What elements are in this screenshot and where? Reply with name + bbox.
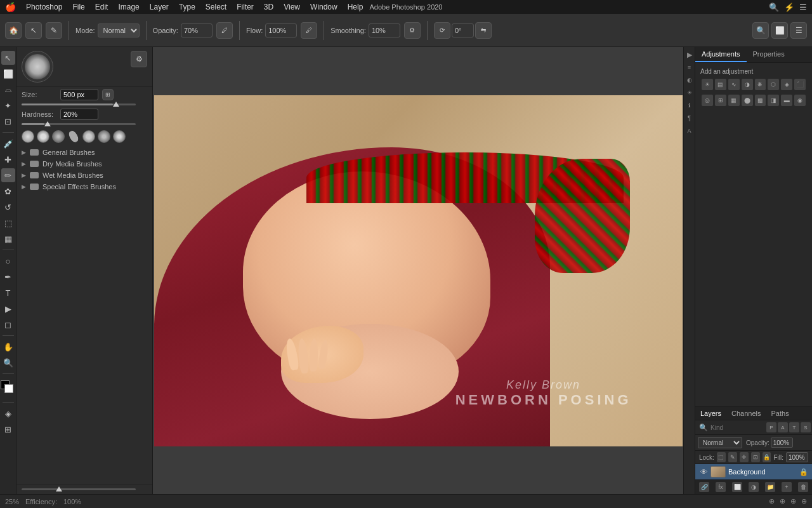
tool-move[interactable]: ↖ bbox=[1, 51, 15, 65]
smoothing-input[interactable] bbox=[369, 23, 400, 37]
lock-pixels-btn[interactable]: ✎ bbox=[728, 452, 737, 462]
adj-selective-color-icon[interactable]: ◉ bbox=[794, 95, 806, 106]
tab-properties[interactable]: Properties bbox=[747, 47, 791, 62]
menu-view[interactable]: View bbox=[279, 1, 304, 13]
move-tool-button[interactable]: ↖ bbox=[25, 22, 42, 39]
lock-position-btn[interactable]: ✛ bbox=[740, 452, 749, 462]
blend-mode-select[interactable]: Normal bbox=[698, 437, 742, 448]
layer-visibility-eye[interactable]: 👁 bbox=[699, 467, 708, 476]
flow-input[interactable] bbox=[265, 23, 297, 37]
adj-levels-icon[interactable]: ▤ bbox=[715, 79, 726, 90]
tool-crop[interactable]: ⊡ bbox=[1, 114, 15, 128]
brush-group-special[interactable]: ▶ Special Effects Brushes bbox=[16, 181, 152, 192]
menu-type[interactable]: Type bbox=[174, 1, 200, 13]
filter-adj-btn[interactable]: A bbox=[778, 422, 788, 432]
tool-clone[interactable]: ✿ bbox=[1, 184, 15, 198]
tool-history[interactable]: ↺ bbox=[1, 200, 15, 214]
layers-icon[interactable]: ≡ bbox=[684, 62, 695, 72]
brush-group-wet[interactable]: ▶ Wet Media Brushes bbox=[16, 170, 152, 181]
adj-channel-mixer-icon[interactable]: ⊞ bbox=[715, 95, 726, 106]
brush-bottom-slider[interactable] bbox=[22, 488, 136, 490]
brush-group-dry[interactable]: ▶ Dry Media Brushes bbox=[16, 158, 152, 170]
brush-size-slider[interactable] bbox=[22, 104, 136, 105]
tool-dodge[interactable]: ○ bbox=[1, 254, 15, 268]
apple-menu-icon[interactable]: 🍎 bbox=[5, 2, 15, 12]
lock-transparent-btn[interactable]: ⬚ bbox=[717, 452, 726, 462]
paragraph-icon[interactable]: ¶ bbox=[684, 113, 695, 123]
tool-screen-mode[interactable]: ⊞ bbox=[1, 422, 15, 436]
layer-new-btn[interactable]: + bbox=[782, 482, 792, 492]
angle-input[interactable] bbox=[452, 23, 474, 37]
brush-preset-7[interactable] bbox=[113, 130, 126, 143]
tool-pen[interactable]: ✒ bbox=[1, 270, 15, 284]
status-extra-3[interactable]: ⊕ bbox=[790, 497, 796, 505]
layer-mask-btn[interactable]: ⬜ bbox=[732, 482, 742, 492]
lock-all-btn[interactable]: 🔒 bbox=[763, 452, 771, 462]
status-extra-4[interactable]: ⊕ bbox=[801, 497, 807, 505]
opacity-input-layers[interactable] bbox=[771, 438, 793, 448]
layer-fx-btn[interactable]: fx bbox=[716, 482, 726, 492]
brush-preset-3[interactable] bbox=[52, 130, 65, 143]
filter-pixel-btn[interactable]: P bbox=[766, 422, 776, 432]
adj-hsl-icon[interactable]: ⬡ bbox=[768, 79, 779, 90]
adj-bw-icon[interactable]: ⬛ bbox=[794, 79, 806, 90]
layer-delete-btn[interactable]: 🗑 bbox=[798, 482, 808, 492]
brush-bottom-slider-thumb[interactable] bbox=[56, 486, 62, 491]
background-color[interactable] bbox=[4, 384, 13, 393]
tool-brush[interactable]: ✏ bbox=[1, 168, 15, 182]
menu-3d[interactable]: 3D bbox=[259, 1, 278, 13]
brush-hardness-slider-thumb[interactable] bbox=[44, 121, 51, 126]
tool-hand[interactable]: ✋ bbox=[1, 340, 15, 354]
tool-healing[interactable]: ✚ bbox=[1, 152, 15, 166]
tool-gradient[interactable]: ▦ bbox=[1, 232, 15, 246]
adj-exposure-icon[interactable]: ◑ bbox=[742, 79, 753, 90]
color-swatches[interactable] bbox=[1, 380, 16, 396]
search-icon[interactable]: 🔍 bbox=[769, 3, 779, 12]
tool-quick-mask[interactable]: ◈ bbox=[1, 406, 15, 420]
menu-image[interactable]: Image bbox=[114, 1, 143, 13]
flow-pressure-button[interactable]: 🖊 bbox=[301, 22, 317, 39]
search-right-button[interactable]: 🔍 bbox=[752, 22, 769, 39]
brush-hardness-input[interactable] bbox=[60, 109, 98, 120]
brush-preset-4[interactable] bbox=[65, 128, 82, 145]
brush-settings-button[interactable]: ⚙ bbox=[131, 51, 147, 67]
brush-group-general[interactable]: ▶ General Brushes bbox=[16, 147, 152, 158]
adjustments-icon[interactable]: ☀ bbox=[684, 88, 695, 98]
status-extra-2[interactable]: ⊕ bbox=[780, 497, 785, 505]
brush-size-input[interactable] bbox=[60, 89, 98, 100]
brush-preset-2[interactable] bbox=[37, 130, 49, 143]
symmetry-button[interactable]: ⇆ bbox=[475, 22, 492, 39]
tab-layers[interactable]: Layers bbox=[695, 407, 726, 420]
tool-zoom[interactable]: 🔍 bbox=[1, 356, 15, 370]
adj-vibrance-icon[interactable]: ❋ bbox=[755, 79, 766, 90]
layers-search-input[interactable] bbox=[710, 424, 761, 431]
adj-posterize-icon[interactable]: ▩ bbox=[755, 95, 766, 106]
adj-brightness-icon[interactable]: ☀ bbox=[702, 79, 713, 90]
notification-icon[interactable]: ⚡ bbox=[784, 3, 794, 12]
fill-input-layers[interactable] bbox=[786, 452, 808, 462]
channels-icon[interactable]: ◐ bbox=[684, 75, 695, 85]
layer-link-btn[interactable]: 🔗 bbox=[699, 482, 709, 492]
filter-shape-btn[interactable]: S bbox=[801, 422, 811, 432]
tool-magic-wand[interactable]: ✦ bbox=[1, 98, 15, 112]
smoothing-options-button[interactable]: ⚙ bbox=[404, 22, 421, 39]
lock-artboard-btn[interactable]: ⊡ bbox=[751, 452, 760, 462]
opacity-input[interactable] bbox=[181, 23, 213, 37]
tool-options-button[interactable]: ✎ bbox=[46, 22, 62, 39]
tool-path-select[interactable]: ▶ bbox=[1, 302, 15, 316]
home-button[interactable]: 🏠 bbox=[5, 22, 22, 39]
tab-paths[interactable]: Paths bbox=[766, 407, 794, 420]
filter-type-btn[interactable]: T bbox=[789, 422, 799, 432]
tool-select-rect[interactable]: ⬜ bbox=[1, 67, 15, 81]
menu-help[interactable]: Help bbox=[343, 1, 368, 13]
angle-button[interactable]: ⟳ bbox=[434, 22, 450, 39]
layer-adjustment-btn[interactable]: ◑ bbox=[749, 482, 759, 492]
adj-curves-icon[interactable]: ∿ bbox=[728, 79, 740, 90]
status-extra-1[interactable]: ⊕ bbox=[769, 497, 775, 505]
adj-colorbalance-icon[interactable]: ◈ bbox=[781, 79, 792, 90]
opacity-pressure-button[interactable]: 🖊 bbox=[216, 22, 233, 39]
menu-extra-icon[interactable]: ☰ bbox=[799, 3, 807, 12]
menu-window[interactable]: Window bbox=[306, 1, 342, 13]
menu-edit[interactable]: Edit bbox=[91, 1, 113, 13]
menu-filter[interactable]: Filter bbox=[232, 1, 258, 13]
